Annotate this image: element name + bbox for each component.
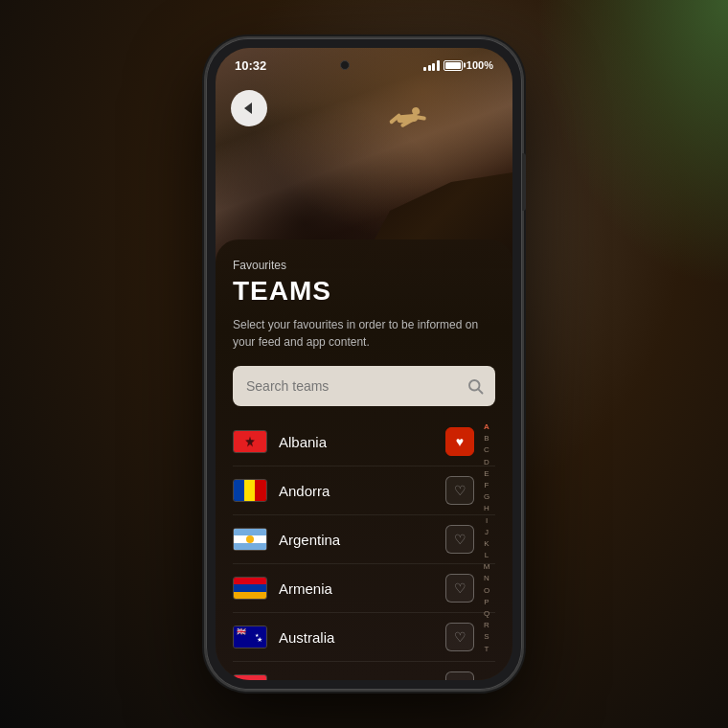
alphabet-letter-d[interactable]: D (484, 457, 489, 467)
alphabet-letter-h[interactable]: H (484, 503, 489, 513)
alphabet-letter-s[interactable]: S (484, 631, 489, 642)
svg-line-1 (478, 389, 482, 393)
alphabet-letter-t[interactable]: T (485, 644, 489, 654)
signal-icon (423, 59, 440, 71)
favourites-label: Favourites (233, 259, 495, 272)
team-name: Austria (279, 678, 445, 681)
table-row: Austria ♡ (233, 662, 495, 680)
team-name: Armenia (279, 580, 445, 597)
favourite-button[interactable]: ♥ (445, 427, 474, 456)
phone-screen: 10:32 100% (216, 48, 512, 680)
team-name: Australia (279, 629, 445, 646)
alphabet-index: ABCDEFGHIJKLMNOPQRST (478, 418, 495, 680)
heart-icon: ♡ (454, 483, 466, 498)
status-right-icons: 100% (423, 59, 493, 71)
table-row: Armenia ♡ (233, 564, 495, 613)
favourite-button[interactable]: ♡ (445, 574, 474, 603)
team-list-wrapper: Albania ♥ Andorra ♡ (233, 418, 495, 680)
description-text: Select your favourites in order to be in… (233, 316, 495, 351)
flag-australia: 🇬🇧 ★ ★ (233, 626, 267, 648)
diver-figure (384, 98, 439, 141)
table-row: Albania ♥ (233, 418, 495, 466)
alphabet-letter-g[interactable]: G (484, 491, 489, 502)
alphabet-letter-e[interactable]: E (484, 468, 489, 479)
back-chevron-icon (244, 102, 252, 114)
heart-icon: ♡ (454, 580, 466, 596)
alphabet-letter-b[interactable]: B (484, 433, 489, 444)
team-name: Albania (279, 434, 445, 450)
alphabet-letter-q[interactable]: Q (484, 608, 489, 619)
heart-icon: ♡ (454, 532, 466, 547)
favourite-button[interactable]: ♡ (445, 476, 474, 505)
status-bar: 10:32 100% (216, 48, 512, 82)
team-name: Argentina (279, 532, 445, 548)
flag-argentina (233, 528, 267, 551)
content-area: Favourites TEAMS Select your favourites … (216, 239, 512, 680)
status-time: 10:32 (235, 58, 266, 73)
search-icon (466, 377, 484, 395)
heart-icon: ♥ (456, 434, 464, 449)
search-input[interactable] (233, 366, 495, 406)
favourite-button[interactable]: ♡ (445, 623, 474, 651)
favourite-button[interactable]: ♡ (445, 671, 474, 680)
alphabet-letter-j[interactable]: J (485, 527, 489, 537)
team-list: Albania ♥ Andorra ♡ (233, 418, 495, 680)
back-button[interactable] (231, 90, 267, 126)
alphabet-letter-r[interactable]: R (484, 620, 489, 630)
alphabet-letter-p[interactable]: P (484, 597, 489, 607)
alphabet-letter-n[interactable]: N (484, 573, 489, 583)
flag-andorra (233, 479, 267, 502)
team-name: Andorra (279, 483, 445, 499)
camera-indicator (340, 60, 350, 70)
table-row: Andorra ♡ (233, 466, 495, 515)
page-title: TEAMS (233, 276, 495, 307)
phone-device: 10:32 100% (206, 38, 522, 690)
flag-armenia (233, 577, 267, 600)
table-row: Argentina ♡ (233, 515, 495, 564)
heart-icon: ♡ (454, 629, 466, 645)
scene: 10:32 100% (0, 0, 728, 728)
alphabet-letter-k[interactable]: K (484, 538, 489, 549)
alphabet-letter-f[interactable]: F (485, 480, 489, 490)
battery-icon: 100% (444, 59, 493, 71)
alphabet-letter-a[interactable]: A (484, 421, 489, 432)
search-container (233, 366, 495, 406)
alphabet-letter-o[interactable]: O (484, 585, 489, 596)
heart-icon: ♡ (454, 678, 466, 680)
table-row: 🇬🇧 ★ ★ Australia ♡ (233, 613, 495, 662)
flag-austria (233, 674, 267, 680)
alphabet-letter-m[interactable]: M (484, 561, 490, 572)
favourite-button[interactable]: ♡ (445, 525, 474, 554)
alphabet-letter-c[interactable]: C (484, 444, 489, 455)
flag-albania (233, 430, 267, 453)
alphabet-letter-l[interactable]: L (485, 550, 489, 560)
alphabet-letter-i[interactable]: I (486, 515, 488, 526)
